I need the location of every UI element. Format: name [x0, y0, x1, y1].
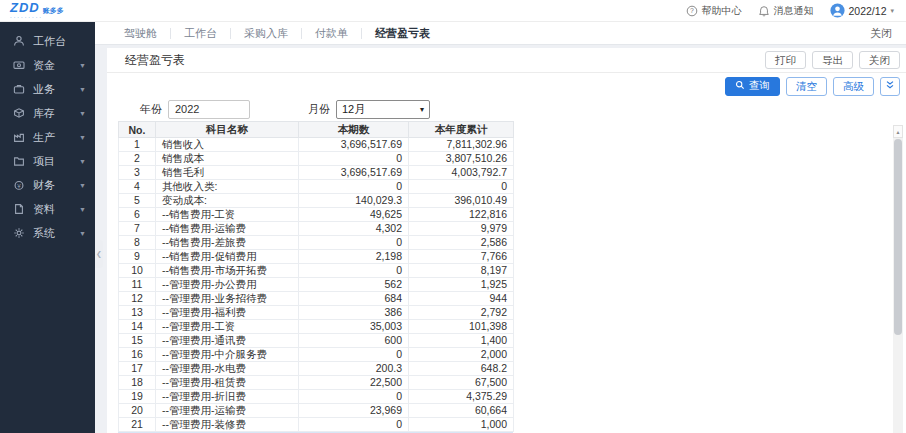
tab-payment-order[interactable]: 付款单 [302, 26, 361, 41]
row-no: 15 [119, 334, 156, 348]
table-row[interactable]: 6--销售费用-工资49,625122,816 [119, 208, 514, 222]
current-period-value: 0 [299, 390, 409, 404]
ytd-total-value: 3,807,510.26 [409, 152, 514, 166]
project-icon [13, 155, 25, 167]
table-row[interactable]: 2销售成本03,807,510.26 [119, 152, 514, 166]
row-no: 5 [119, 194, 156, 208]
profit-loss-table: No. 科目名称 本期数 本年度累计 1销售收入3,696,517.697,81… [118, 121, 514, 432]
user-menu[interactable]: 2022/12 ▾ [830, 3, 894, 18]
sidebar-item-label: 财务 [33, 178, 55, 193]
chevron-down-icon: ▼ [79, 62, 86, 69]
table-row[interactable]: 8--销售费用-差旅费02,586 [119, 236, 514, 250]
page-title: 经营盈亏表 [125, 52, 185, 69]
table-row[interactable]: 14--管理费用-工资35,003101,398 [119, 320, 514, 334]
close-button[interactable]: 关闭 [859, 51, 900, 69]
table-row[interactable]: 11--管理费用-办公费用5621,925 [119, 278, 514, 292]
scrollbar-thumb[interactable] [894, 139, 902, 335]
sidebar-item-archive[interactable]: 资料 ▼ [0, 197, 95, 221]
sidebar-item-production[interactable]: 生产 ▼ [0, 125, 95, 149]
table-row[interactable]: 10--销售费用-市场开拓费08,197 [119, 264, 514, 278]
year-input[interactable] [168, 100, 250, 119]
sidebar-item-label: 项目 [33, 154, 55, 169]
tab-purchase-inbound[interactable]: 采购入库 [231, 26, 301, 41]
table-row[interactable]: 21--管理费用-装修费01,000 [119, 418, 514, 432]
export-button[interactable]: 导出 [812, 51, 853, 69]
tab-workbench[interactable]: 工作台 [171, 26, 230, 41]
table-row[interactable]: 15--管理费用-通讯费6001,400 [119, 334, 514, 348]
table-row[interactable]: 13--管理费用-福利费3862,792 [119, 306, 514, 320]
subject-name: 销售收入 [156, 138, 299, 152]
row-no: 19 [119, 390, 156, 404]
table-row[interactable]: 20--管理费用-运输费23,96960,664 [119, 404, 514, 418]
vertical-scrollbar[interactable]: ▲ [893, 125, 903, 433]
tab-profit-loss-statement[interactable]: 经营盈亏表 [362, 26, 443, 41]
table-row[interactable]: 18--管理费用-租赁费22,50067,500 [119, 376, 514, 390]
search-button[interactable]: 查询 [725, 77, 780, 96]
advanced-button[interactable]: 高级 [833, 77, 874, 96]
subject-name: 其他收入类: [156, 180, 299, 194]
current-period-value: 562 [299, 278, 409, 292]
current-period-value: 22,500 [299, 376, 409, 390]
clear-button[interactable]: 清空 [786, 77, 827, 96]
current-period-value: 23,969 [299, 404, 409, 418]
current-period-value: 4,302 [299, 222, 409, 236]
sidebar-item-project[interactable]: 项目 ▼ [0, 149, 95, 173]
month-label: 月份 [308, 102, 330, 117]
current-period-value: 684 [299, 292, 409, 306]
subject-name: --销售费用-促销费用 [156, 250, 299, 264]
ytd-total-value: 101,398 [409, 320, 514, 334]
table-row[interactable]: 1销售收入3,696,517.697,811,302.96 [119, 138, 514, 152]
document-icon [13, 203, 25, 215]
ytd-total-value: 67,500 [409, 376, 514, 390]
close-all-tabs-button[interactable]: 关闭 [870, 26, 892, 41]
col-header-ytd-total[interactable]: 本年度累计 [409, 122, 514, 138]
row-no: 18 [119, 376, 156, 390]
ytd-total-value: 2,586 [409, 236, 514, 250]
month-select[interactable]: 12月 ▾ [336, 100, 430, 119]
sidebar-item-system[interactable]: 系统 ▼ [0, 221, 95, 245]
sidebar-item-business[interactable]: 业务 ▼ [0, 77, 95, 101]
col-header-current-period[interactable]: 本期数 [299, 122, 409, 138]
chevron-down-icon: ▼ [79, 158, 86, 165]
business-icon [13, 83, 25, 95]
svg-text:¥: ¥ [17, 182, 21, 189]
col-header-no[interactable]: No. [119, 122, 156, 138]
table-row[interactable]: 9--销售费用-促销费用2,1987,766 [119, 250, 514, 264]
print-button[interactable]: 打印 [765, 51, 806, 69]
chevron-down-icon: ▼ [79, 230, 86, 237]
double-chevron-down-icon [885, 78, 895, 95]
notifications-link[interactable]: 消息通知 [758, 4, 814, 18]
sidebar-item-inventory[interactable]: 库存 ▼ [0, 101, 95, 125]
sidebar-item-workbench[interactable]: 工作台 [0, 29, 95, 53]
row-no: 6 [119, 208, 156, 222]
scroll-up-button[interactable]: ▲ [893, 125, 903, 138]
sidebar-collapse-handle[interactable]: ❮ [95, 240, 103, 268]
subject-name: --管理费用-通讯费 [156, 334, 299, 348]
sidebar-item-funds[interactable]: 资金 ▼ [0, 53, 95, 77]
help-center-link[interactable]: ? 帮助中心 [686, 4, 742, 18]
col-header-subject[interactable]: 科目名称 [156, 122, 299, 138]
table-row[interactable]: 19--管理费用-折旧费04,375.29 [119, 390, 514, 404]
row-no: 20 [119, 404, 156, 418]
subject-name: --管理费用-福利费 [156, 306, 299, 320]
ytd-total-value: 4,003,792.7 [409, 166, 514, 180]
ytd-total-value: 2,792 [409, 306, 514, 320]
chevron-down-icon: ▼ [79, 134, 86, 141]
table-row[interactable]: 4其他收入类:00 [119, 180, 514, 194]
expand-more-button[interactable] [880, 77, 900, 96]
search-icon [735, 80, 745, 92]
select-caret-icon: ▾ [420, 105, 424, 114]
table-row[interactable]: 17--管理费用-水电费200.3648.2 [119, 362, 514, 376]
current-period: 2022/12 [849, 5, 887, 17]
table-row[interactable]: 16--管理费用-中介服务费02,000 [119, 348, 514, 362]
sidebar-item-finance[interactable]: ¥ 财务 ▼ [0, 173, 95, 197]
row-no: 12 [119, 292, 156, 306]
table-row[interactable]: 7--销售费用-运输费4,3029,979 [119, 222, 514, 236]
tab-dashboard[interactable]: 驾驶舱 [111, 26, 170, 41]
table-row[interactable]: 12--管理费用-业务招待费684944 [119, 292, 514, 306]
current-period-value: 49,625 [299, 208, 409, 222]
subject-name: --管理费用-折旧费 [156, 390, 299, 404]
table-row[interactable]: 3销售毛利3,696,517.694,003,792.7 [119, 166, 514, 180]
row-no: 7 [119, 222, 156, 236]
table-row[interactable]: 5变动成本:140,029.3396,010.49 [119, 194, 514, 208]
